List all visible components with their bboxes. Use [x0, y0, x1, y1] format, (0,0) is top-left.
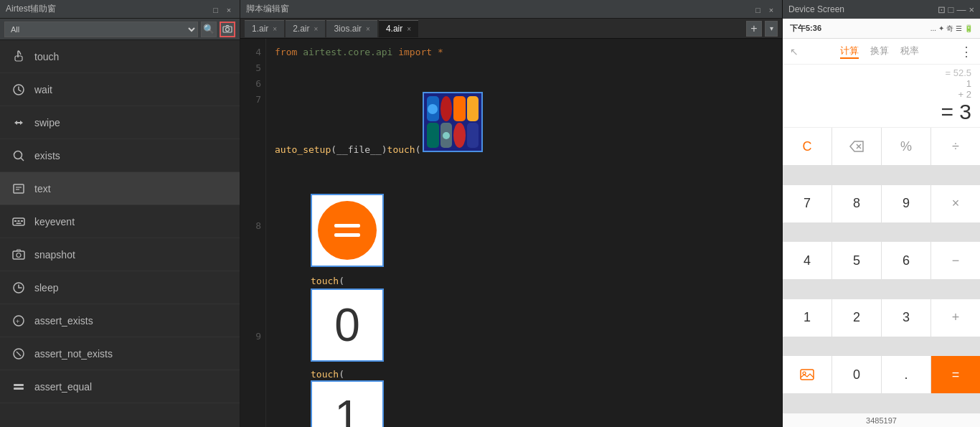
sidebar-item-exists[interactable]: exists [0, 139, 240, 172]
sidebar-item-assert-exists[interactable]: + assert_exists [0, 304, 240, 337]
calc-tab-tax[interactable]: 税率 [900, 44, 919, 59]
toolbar-btn-1[interactable]: 🔍 [201, 22, 217, 37]
calc-btn-1[interactable]: 1 [783, 299, 831, 337]
device-title-bar: Device Screen ⊡ □ — × [783, 0, 980, 19]
tab-3iosair[interactable]: 3ios.air × [326, 20, 377, 37]
calc-btn-percent[interactable]: % [882, 128, 930, 165]
calc-display: = 52.5 1 + 2 = 3 [783, 65, 980, 128]
keyevent-icon [11, 215, 26, 229]
toolbar-btn-2[interactable] [220, 22, 235, 37]
sidebar-label-assert-exists: assert_exists [34, 315, 93, 327]
calc-btn-3[interactable]: 3 [882, 299, 930, 337]
tab-4air[interactable]: 4.air × [379, 20, 418, 37]
calc-btn-c[interactable]: C [783, 128, 831, 165]
calc-back-icon[interactable]: ↖ [790, 46, 798, 57]
calc-btn-7[interactable]: 7 [783, 185, 831, 222]
sidebar-label-wait: wait [34, 84, 52, 95]
assert-not-exists-icon [11, 347, 26, 361]
svg-rect-11 [18, 220, 20, 222]
tab-dropdown-btn[interactable]: ▾ [765, 21, 778, 37]
svg-rect-13 [17, 222, 22, 224]
calc-btn-divide[interactable]: ÷ [931, 128, 980, 165]
tab-2air[interactable]: 2.air × [286, 20, 325, 37]
middle-close-btn[interactable]: × [766, 5, 776, 15]
svg-line-5 [21, 158, 24, 161]
code-line-6 [275, 76, 773, 139]
sidebar-item-text[interactable]: text [0, 172, 240, 205]
middle-title-bar: 脚本编辑窗 □ × [240, 0, 782, 19]
touch-call-1: touch( [311, 276, 344, 286]
calc-btn-2[interactable]: 2 [832, 299, 881, 337]
tab-2air-close[interactable]: × [314, 25, 319, 33]
sidebar-label-snapshot: snapshot [34, 249, 75, 261]
touch-image-2: 0 [311, 288, 384, 362]
battery-icon: 🔋 [964, 24, 973, 32]
network-icon: ☰ [956, 24, 962, 32]
calc-btn-backspace[interactable] [832, 128, 881, 165]
bt-icon: ✦ [938, 24, 944, 32]
svg-rect-14 [13, 251, 24, 259]
svg-line-20 [17, 352, 21, 356]
sidebar-list: touch wait swipe exists text [0, 40, 240, 427]
sidebar-item-swipe[interactable]: swipe [0, 106, 240, 139]
sidebar-item-wait[interactable]: wait [0, 73, 240, 106]
sidebar-item-keyevent[interactable]: keyevent [0, 205, 240, 238]
calc-tab-convert[interactable]: 换算 [870, 44, 889, 59]
sidebar-item-touch[interactable]: touch [0, 40, 240, 73]
sidebar-item-snapshot[interactable]: snapshot [0, 238, 240, 271]
calc-btn-6[interactable]: 6 [882, 242, 930, 279]
wifi-icon: 奇 [946, 24, 953, 34]
camera-icon [222, 24, 232, 34]
tabs-right: + ▾ [746, 21, 778, 37]
filter-dropdown[interactable]: All [4, 22, 198, 37]
calc-nav-tabs: 计算 换算 税率 [840, 44, 919, 59]
calc-btn-9[interactable]: 9 [882, 185, 930, 222]
svg-rect-21 [14, 384, 24, 386]
wait-icon [11, 83, 26, 97]
tab-2air-label: 2.air [293, 24, 309, 34]
calc-btn-8[interactable]: 8 [832, 185, 881, 222]
sidebar-label-assert-not-exists: assert_not_exists [34, 348, 113, 360]
middle-restore-btn[interactable]: □ [753, 5, 763, 15]
code-line-4: from airtest.core.api import * [275, 44, 773, 60]
calc-btn-multiply[interactable]: × [931, 185, 980, 222]
calc-btn-0[interactable]: 0 [832, 356, 881, 393]
device-expand-btn[interactable]: ⊡ [938, 4, 946, 15]
text-icon [11, 182, 26, 196]
calc-btn-4[interactable]: 4 [783, 242, 831, 279]
code-area[interactable]: 4 5 6 7 8 9 10 [240, 39, 782, 427]
calc-btn-5[interactable]: 5 [832, 242, 881, 279]
left-panel-title: Airtest辅助窗 [6, 3, 56, 15]
left-toolbar: All 🔍 [0, 19, 240, 40]
device-minimize-btn[interactable]: — [956, 4, 966, 15]
calc-more-btn[interactable]: ⋮ [960, 44, 973, 60]
sidebar-item-assert-not-exists[interactable]: assert_not_exists [0, 337, 240, 370]
snapshot-icon [11, 248, 26, 262]
svg-rect-12 [21, 220, 23, 222]
calc-btn-plus[interactable]: + [931, 299, 980, 337]
calc-add-2: + 2 [791, 89, 971, 100]
sidebar-item-assert-equal[interactable]: assert_equal [0, 370, 240, 403]
sidebar-label-keyevent: keyevent [34, 216, 75, 227]
tab-1air[interactable]: 1.air × [245, 20, 284, 37]
left-restore-btn[interactable]: □ [211, 5, 221, 15]
sidebar-item-sleep[interactable]: sleep [0, 271, 240, 304]
tab-1air-close[interactable]: × [273, 25, 277, 33]
device-restore-btn[interactable]: □ [948, 4, 954, 15]
device-screen-title: Device Screen [788, 4, 844, 14]
calc-btn-minus[interactable]: − [931, 242, 980, 279]
calc-btn-dot[interactable]: . [882, 356, 930, 393]
calc-tab-calc[interactable]: 计算 [840, 44, 859, 59]
signal-icon: ... [930, 24, 936, 32]
tab-4air-close[interactable]: × [407, 25, 411, 33]
touch-image-1 [311, 194, 384, 267]
calc-btn-equals[interactable]: = [931, 356, 980, 393]
exists-icon [11, 149, 26, 163]
tab-add-btn[interactable]: + [746, 21, 762, 37]
tab-3iosair-close[interactable]: × [366, 25, 370, 33]
device-close-btn[interactable]: × [969, 4, 974, 15]
left-close-btn[interactable]: × [224, 5, 234, 15]
calc-btn-image[interactable] [783, 356, 831, 393]
code-content[interactable]: from airtest.core.api import * [266, 39, 782, 427]
code-line-7: auto_setup(__file__)touch( [275, 142, 773, 158]
